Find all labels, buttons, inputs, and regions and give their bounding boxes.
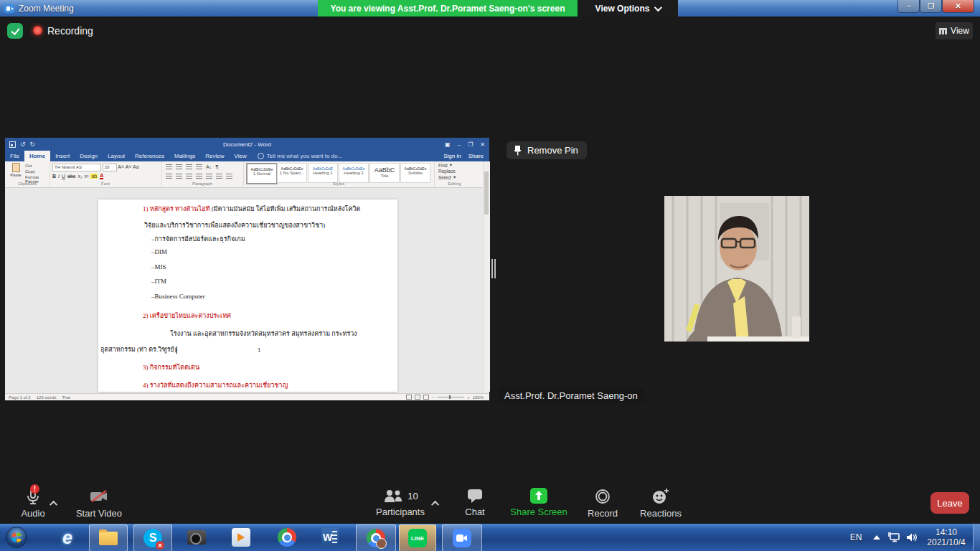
tray-volume-icon[interactable] xyxy=(903,524,921,550)
show-desktop-button[interactable] xyxy=(973,524,980,551)
pin-icon xyxy=(513,145,522,156)
tab-layout: Layout xyxy=(103,151,130,161)
tell-me-box: Tell me what you want to do... xyxy=(258,153,342,159)
style-subtitle: AaBbCcDdEe Subtitle xyxy=(400,163,430,183)
chevron-down-icon xyxy=(654,3,662,11)
highlight-button: ab xyxy=(90,174,98,179)
text-cursor xyxy=(176,347,177,354)
share-screen-icon xyxy=(530,488,547,504)
record-button[interactable]: Record xyxy=(581,488,624,519)
line-spacing-icon xyxy=(206,174,212,179)
taskbar-item-file-explorer[interactable] xyxy=(89,524,128,551)
word-document-title: Document2 - Word xyxy=(5,141,489,148)
font-name-box: TH Niramit AS xyxy=(52,164,101,171)
underline-button: U xyxy=(62,174,65,179)
tray-clock[interactable]: 14:10 2021/10/4 xyxy=(923,524,970,550)
doc-line: โรงงาน และอุตสาหกรรมจังหวัดสมุทรสาคร สมุ… xyxy=(170,329,357,339)
zoom-taskbar-icon xyxy=(453,529,471,547)
tray-language-indicator[interactable]: EN xyxy=(845,524,867,550)
panel-divider-handle[interactable] xyxy=(491,259,497,278)
security-shield-icon[interactable] xyxy=(7,23,23,39)
speaker-name-label: Asst.Prof. Dr.Poramet Saeng-on xyxy=(499,388,644,403)
page-number-marker: 1 xyxy=(258,347,260,353)
word-close-icon: ✕ xyxy=(480,141,485,148)
read-mode-icon xyxy=(406,395,412,400)
borders-icon xyxy=(226,174,232,179)
language-indicator: Thai xyxy=(62,395,70,400)
italic-button: I xyxy=(58,174,60,179)
editing-group: Find ▾ Replace Select ▾ Editing xyxy=(434,161,475,187)
page-indicator: Page 1 of 2 xyxy=(9,395,31,400)
start-button[interactable] xyxy=(3,524,30,550)
clock-time: 14:10 xyxy=(927,527,965,537)
taskbar-item-skype[interactable]: S ✕ xyxy=(133,524,172,551)
zoom-in-icon: + xyxy=(467,395,470,400)
sort-icon: A↓ xyxy=(206,164,212,169)
leave-button[interactable]: Leave xyxy=(930,492,969,514)
windows-start-icon xyxy=(5,526,28,549)
indent-icon xyxy=(196,164,202,169)
clipboard-icon xyxy=(12,163,20,172)
taskbar-item-word[interactable]: W xyxy=(314,524,346,550)
start-video-button[interactable]: Start Video xyxy=(70,488,128,519)
media-player-icon xyxy=(232,528,250,547)
find-button: Find ▾ xyxy=(438,162,475,168)
record-icon xyxy=(594,488,611,505)
reactions-button[interactable]: Reactions xyxy=(637,488,684,519)
font-color-button: A xyxy=(100,173,103,179)
taskbar-item-media-player[interactable] xyxy=(225,524,257,550)
bold-button: B xyxy=(52,174,56,179)
skype-icon: S ✕ xyxy=(143,529,162,547)
viewing-banner: You are viewing Asst.Prof. Dr.Poramet Sa… xyxy=(318,0,578,17)
taskbar-item-internet-explorer[interactable]: e xyxy=(52,524,83,550)
taskbar-item-chrome-profile[interactable] xyxy=(356,524,396,551)
taskbar-item-camera-app[interactable] xyxy=(181,524,212,550)
doc-line: 2) เครือข่ายไทยและต่างประเทศ xyxy=(143,311,231,321)
remove-pin-button[interactable]: Remove Pin xyxy=(507,141,587,159)
window-title: Zoom Meeting xyxy=(19,4,74,14)
view-layout-button[interactable]: View xyxy=(936,22,973,39)
align-center-icon xyxy=(176,174,182,179)
minimize-button[interactable]: – xyxy=(897,0,920,13)
pilcrow-icon: ¶ xyxy=(215,164,218,170)
chrome-icon xyxy=(278,528,296,547)
audio-options-caret[interactable] xyxy=(52,496,57,509)
copy-button: Copy xyxy=(25,169,50,174)
word-titlebar: ↺ ↻ Document2 - Word ▣ – ❐ ✕ xyxy=(5,138,489,151)
doc-line: –DIM xyxy=(151,248,167,255)
taskbar-item-chrome[interactable] xyxy=(271,524,303,550)
styles-group: AaBbCcDdEe 1 Normal AaBbCcDdEe 1 No Spac… xyxy=(243,161,435,187)
audio-button[interactable]: ! Audio xyxy=(11,488,55,519)
clock-date: 2021/10/4 xyxy=(927,537,965,547)
tray-show-hidden-icons[interactable] xyxy=(870,524,884,550)
participants-button[interactable]: 10 Participants xyxy=(372,488,429,517)
triangle-up-icon xyxy=(873,535,880,540)
chat-button[interactable]: Chat xyxy=(453,488,496,517)
paragraph-group: A↓ ¶ Paragraph xyxy=(161,161,244,187)
multilevel-list-icon xyxy=(186,164,192,169)
font-size-box: 20 xyxy=(103,164,117,171)
pinned-participant-video[interactable] xyxy=(664,196,809,342)
view-options-menu[interactable]: View Options xyxy=(578,0,678,17)
restore-button[interactable]: ❐ xyxy=(920,0,942,13)
share-screen-button[interactable]: Share Screen xyxy=(507,488,571,517)
lightbulb-icon xyxy=(258,153,264,159)
zoom-percentage: 100% xyxy=(473,395,484,400)
doc-line: วิจัยและบริการวิชาการเพื่อแสดงถึงความเชี… xyxy=(144,220,325,230)
style-title: AaBbC Title xyxy=(369,163,400,183)
clipboard-group: Paste Cut Copy Format Painter Clipboard xyxy=(5,161,50,187)
tab-references: References xyxy=(130,151,169,161)
style-no-spacing: AaBbCcDdEe 1 No Spaci... xyxy=(277,163,307,183)
subscript-button: x₂ xyxy=(77,174,82,179)
word-ribbon-tabs: File Home Insert Design Layout Reference… xyxy=(5,151,489,161)
cut-button: Cut xyxy=(25,164,50,168)
tray-network-icon[interactable] xyxy=(885,524,903,550)
taskbar-item-zoom[interactable] xyxy=(442,524,482,551)
word-icon: W xyxy=(321,528,339,547)
close-button[interactable]: ✕ xyxy=(942,0,974,13)
web-layout-icon xyxy=(423,395,429,400)
participants-options-caret[interactable] xyxy=(433,496,439,509)
share-link: Share xyxy=(468,153,484,159)
word-count: 126 words xyxy=(37,395,57,400)
taskbar-item-line[interactable]: LINE xyxy=(399,524,436,551)
